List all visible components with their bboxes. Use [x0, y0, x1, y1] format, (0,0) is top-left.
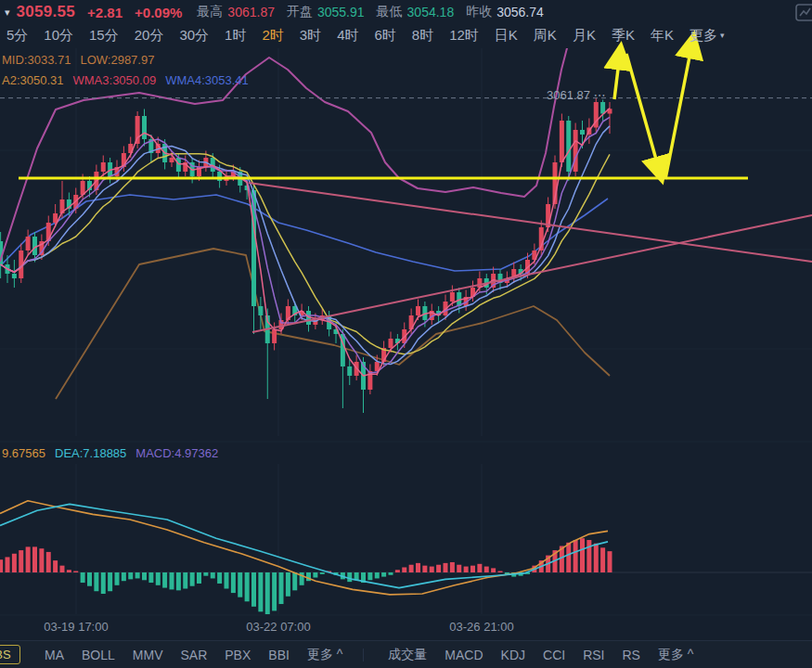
annotation-arrow [626, 54, 660, 173]
symbol-dropdown-caret[interactable]: ▾ [5, 6, 10, 19]
indicator-tab-MMV[interactable]: MMV [133, 648, 163, 662]
quote-stat-value: 3054.18 [407, 5, 455, 19]
main-indicator-more[interactable]: 更多 ^ [307, 647, 342, 663]
quote-stat-value: 3061.87 [227, 5, 275, 19]
price-change-pct: +0.09% [135, 5, 182, 20]
sub-indicator-tab-KDJ[interactable]: KDJ [501, 648, 525, 662]
sub-indicator-menu: 成交量MACDKDJCCIRSIRS更多 ^ [388, 647, 693, 663]
quote-stat: 昨收3056.74 [466, 4, 544, 20]
timeframe-1时[interactable]: 1时 [225, 27, 246, 45]
timeframe-8时[interactable]: 8时 [412, 27, 433, 45]
indicator-tab-SAR[interactable]: SAR [180, 648, 207, 662]
quote-stat: 最高3061.87 [197, 4, 275, 20]
quote-stat-value: 3055.91 [317, 5, 365, 19]
quote-stat-value: 3056.74 [496, 5, 544, 19]
sub-indicator-tab-RSI[interactable]: RSI [583, 648, 604, 662]
timeframe-6时[interactable]: 6时 [374, 27, 395, 45]
quote-stat-label: 昨收 [466, 4, 492, 20]
x-axis-label: 03-26 21:00 [449, 620, 513, 634]
sub-indicator-tab-成交量[interactable]: 成交量 [388, 647, 427, 663]
quote-stat: 开盘3055.91 [287, 4, 365, 20]
price-change: +2.81 [87, 5, 122, 20]
quote-stat-label: 开盘 [287, 4, 313, 20]
ohlc-stats: 最高3061.87开盘3055.91最低3054.18昨收3056.74 [197, 4, 543, 20]
boll-upper-band [0, 37, 572, 262]
trend-line [252, 215, 812, 332]
bottom-toolbar: BS MABOLLMMVSARPBXBBI更多 ^ 成交量MACDKDJCCIR… [0, 640, 812, 668]
chevron-down-icon: ▾ [720, 31, 725, 40]
sub-indicator-more[interactable]: 更多 ^ [658, 647, 693, 663]
annotation-arrow [614, 54, 620, 99]
bs-toggle-button[interactable]: BS [0, 645, 20, 664]
sub-indicator-tab-CCI[interactable]: CCI [543, 648, 565, 662]
timeframe-月K[interactable]: 月K [573, 27, 596, 45]
quote-header: ▾ 3059.55 +2.81 +0.09% 最高3061.87开盘3055.9… [0, 0, 812, 24]
trading-app: ▾ 3059.55 +2.81 +0.09% 最高3061.87开盘3055.9… [0, 0, 812, 668]
annotation-arrow [665, 43, 692, 179]
quote-stat-label: 最高 [197, 4, 223, 20]
timeframe-30分[interactable]: 30分 [179, 27, 209, 45]
quote-stat-label: 最低 [377, 4, 403, 20]
slow-ma-line [0, 195, 608, 271]
timeframe-bar: 5分10分15分20分30分1时2时3时4时6时8时12时日K周K月K季K年K更… [0, 24, 812, 46]
toolbar-divider [363, 649, 364, 662]
indicator-tab-PBX[interactable]: PBX [225, 648, 251, 662]
timeframe-季K[interactable]: 季K [612, 27, 635, 45]
main-panel [0, 37, 812, 413]
wma-blue-line [1, 126, 610, 365]
last-price: 3059.55 [17, 3, 76, 21]
timeframe-12时[interactable]: 12时 [449, 27, 479, 45]
timeframe-2时[interactable]: 2时 [262, 27, 283, 45]
chart-style-icon[interactable] [795, 4, 812, 22]
wma-pink-line [1, 109, 610, 376]
sub-indicator-tab-RS[interactable]: RS [623, 648, 640, 662]
timeframe-more[interactable]: 更多▾ [690, 27, 725, 45]
timeframe-10分[interactable]: 10分 [44, 27, 73, 45]
wma-yellow-line [1, 154, 610, 354]
timeframe-3时[interactable]: 3时 [300, 27, 321, 45]
timeframe-20分[interactable]: 20分 [135, 27, 164, 45]
timeframe-5分[interactable]: 5分 [6, 27, 28, 45]
timeframe-周K[interactable]: 周K [534, 27, 557, 45]
x-axis-label: 03-22 07:00 [246, 620, 310, 634]
macd-panel [0, 501, 812, 615]
indicator-tab-BBI[interactable]: BBI [268, 648, 290, 662]
sub-indicator-tab-MACD[interactable]: MACD [445, 648, 483, 662]
timeframe-年K[interactable]: 年K [651, 27, 674, 45]
timeframe-4时[interactable]: 4时 [337, 27, 358, 45]
wma-purple-line [1, 117, 610, 373]
x-axis: 03-19 17:0003-22 07:0003-26 21:00 [0, 620, 812, 638]
timeframe-more-label: 更多 [690, 27, 717, 45]
quote-stat: 最低3054.18 [377, 4, 455, 20]
candlestick-chart [0, 0, 812, 668]
indicator-tab-BOLL[interactable]: BOLL [82, 648, 115, 662]
main-indicator-menu: MABOLLMMVSARPBXBBI更多 ^ [45, 647, 342, 663]
timeframe-日K[interactable]: 日K [495, 27, 518, 45]
x-axis-label: 03-19 17:00 [44, 620, 108, 634]
timeframe-15分[interactable]: 15分 [89, 27, 119, 45]
indicator-tab-MA[interactable]: MA [45, 648, 64, 662]
